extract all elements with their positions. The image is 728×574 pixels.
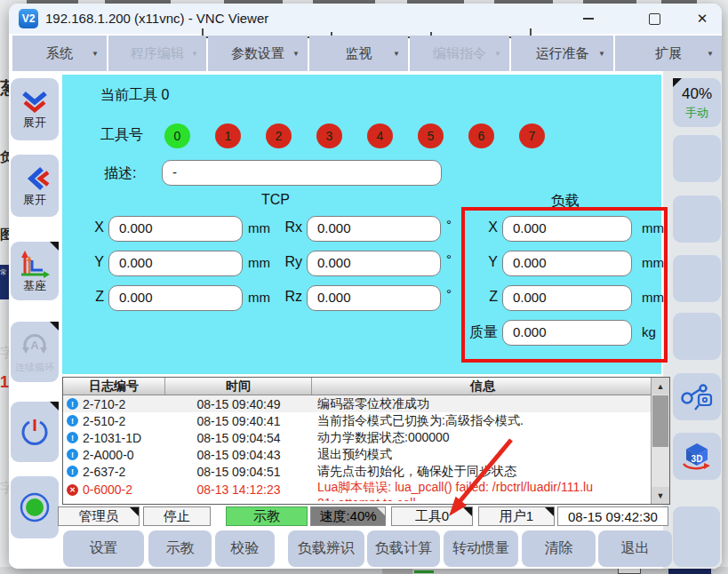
tcp-rz-input[interactable]: 0.000 (307, 285, 441, 311)
tcp-rz-label: Rz (271, 289, 302, 305)
scrollbar-thumb[interactable] (652, 395, 668, 447)
servo-enable-button[interactable] (11, 476, 59, 538)
view-3d-button[interactable]: 3D (673, 433, 721, 480)
description-label: 描述: (104, 164, 136, 183)
menu-run-prepare[interactable]: 运行准备▼ (511, 36, 613, 71)
tcp-y-label: Y (80, 254, 104, 270)
tcp-z-input[interactable]: 0.000 (108, 285, 243, 311)
bottom-right-blank-button[interactable] (673, 506, 720, 567)
vnc-logo-icon: V2 (19, 9, 38, 28)
close-button[interactable]: ✕ (690, 9, 715, 28)
hand-guide-icon (679, 382, 715, 412)
load-z-input[interactable]: 0.000 (502, 285, 632, 311)
coordinate-axes-icon (19, 250, 51, 278)
expand-left-button[interactable]: 展开 (11, 155, 59, 217)
tcp-x-input[interactable]: 0.000 (108, 216, 243, 242)
window-title: 192.168.1.200 (x11vnc) - VNC Viewer (45, 11, 268, 26)
inertia-button[interactable]: 转动惯量 (444, 530, 518, 567)
info-icon: ! (67, 432, 78, 443)
info-icon: ! (67, 415, 78, 427)
tcp-ry-input[interactable]: 0.000 (307, 251, 441, 276)
tcp-y-unit: mm (248, 255, 270, 270)
status-user-frame[interactable]: 用户1 (478, 506, 555, 526)
log-header-time: 时间 (165, 378, 312, 395)
load-z-unit: mm (642, 290, 664, 305)
log-row-error[interactable]: ✕0-6000-2 08-13 14:12:23 Lua脚本错误: lua_pc… (63, 480, 669, 502)
status-mode[interactable]: 示教 (226, 506, 308, 526)
chevron-down-icon: ▼ (92, 50, 99, 58)
right-sidebar-blank-button-2[interactable] (673, 195, 721, 243)
expand-down-button[interactable]: 展开 (11, 78, 59, 140)
load-y-unit: mm (642, 255, 664, 270)
load-calculate-button[interactable]: 负载计算 (367, 530, 440, 567)
tool-number-7[interactable]: 7 (519, 124, 545, 148)
tool-panel: 当前工具 0 工具号 0 1 2 3 4 5 6 7 描述: - TCP 负载 … (62, 75, 661, 374)
log-scrollbar[interactable]: ▲ ▼ (651, 378, 669, 504)
menu-edit-command: 编辑指令▼ (410, 36, 509, 71)
menu-monitor[interactable]: 监视▼ (309, 36, 408, 71)
log-header-row: 日志编号 时间 信息 (63, 378, 669, 395)
svg-text:A: A (30, 339, 39, 352)
scroll-up-button[interactable]: ▲ (652, 378, 669, 395)
settings-button[interactable]: 设置 (63, 530, 144, 567)
tcp-y-input[interactable]: 0.000 (108, 251, 243, 276)
speed-mode-button[interactable]: 40% 手动 (673, 78, 721, 127)
right-sidebar-blank-button-4[interactable] (673, 313, 721, 360)
tool-number-3[interactable]: 3 (316, 124, 342, 148)
maximize-icon (649, 13, 660, 25)
tool-number-6[interactable]: 6 (468, 124, 494, 148)
tcp-rx-input[interactable]: 0.000 (307, 216, 441, 242)
servo-on-icon (18, 490, 52, 524)
background-fragment (414, 570, 434, 573)
tool-number-5[interactable]: 5 (418, 124, 444, 148)
log-row[interactable]: !2-710-2 08-15 09:40:49 编码器零位校准成功 (63, 395, 669, 412)
status-datetime: 08-15 09:42:30 (557, 506, 668, 526)
menu-system[interactable]: 系统▼ (12, 36, 107, 71)
menu-extension[interactable]: 扩展▼ (615, 36, 722, 71)
scroll-down-button[interactable]: ▼ (652, 487, 669, 504)
load-x-label: X (444, 219, 498, 235)
info-icon: ! (67, 466, 78, 477)
teach-button[interactable]: 示教 (148, 530, 212, 567)
menu-parameter-settings[interactable]: 参数设置▼ (208, 36, 308, 71)
description-input[interactable]: - (162, 160, 442, 186)
tool-number-1[interactable]: 1 (215, 124, 241, 148)
double-chevron-left-icon (20, 165, 50, 192)
load-identify-button[interactable]: 负载辨识 (288, 530, 364, 567)
log-row[interactable]: !2-510-2 08-15 09:40:41 当前指令模式已切换为:高级指令模… (63, 412, 669, 429)
right-sidebar-blank-button-3[interactable] (673, 255, 721, 302)
double-chevron-down-icon (20, 90, 50, 115)
maximize-button[interactable] (642, 9, 667, 28)
minimize-button[interactable] (576, 9, 601, 28)
menu-program-edit: 程序编辑▼ (108, 36, 206, 71)
load-y-input[interactable]: 0.000 (502, 251, 632, 276)
status-speed[interactable]: 速度:40% (310, 506, 386, 526)
tool-number-4[interactable]: 4 (367, 124, 393, 148)
load-mass-label: 质量 (444, 323, 498, 342)
tcp-ry-label: Ry (271, 254, 302, 270)
hand-guide-button[interactable] (673, 373, 721, 420)
load-y-label: Y (444, 254, 498, 270)
tool-number-2[interactable]: 2 (266, 124, 292, 148)
load-x-input[interactable]: 0.000 (502, 216, 632, 242)
clear-button[interactable]: 清除 (522, 530, 596, 567)
exit-button[interactable]: 退出 (598, 530, 672, 567)
verify-button[interactable]: 校验 (215, 530, 275, 567)
status-role[interactable]: 管理员 (58, 506, 140, 526)
power-icon (19, 416, 51, 448)
tool-number-label: 工具号 (100, 126, 143, 145)
menu-bar: 系统▼ 程序编辑▼ 参数设置▼ 监视▼ 编辑指令▼ 运行准备▼ 扩展▼ (12, 36, 722, 71)
log-row[interactable]: !2-A000-0 08-15 09:04:43 退出预约模式 (63, 446, 669, 463)
load-z-label: Z (444, 289, 498, 305)
power-button[interactable] (11, 402, 59, 462)
right-sidebar-blank-button-1[interactable] (673, 135, 721, 182)
status-tool[interactable]: 工具0 (391, 506, 473, 526)
log-row[interactable]: !2-1031-1D 08-15 09:04:54 动力学数据状态:000000 (63, 429, 669, 446)
tcp-z-unit: mm (248, 290, 270, 305)
base-frame-button[interactable]: 基座 (11, 242, 59, 300)
tool-number-0[interactable]: 0 (164, 124, 190, 148)
log-row[interactable]: !2-637-2 08-15 09:04:51 请先点击初始化，确保处于同步状态 (63, 463, 669, 480)
load-x-unit: mm (642, 220, 664, 235)
load-mass-input[interactable]: 0.000 (502, 320, 632, 346)
status-run-state[interactable]: 停止 (143, 506, 211, 526)
